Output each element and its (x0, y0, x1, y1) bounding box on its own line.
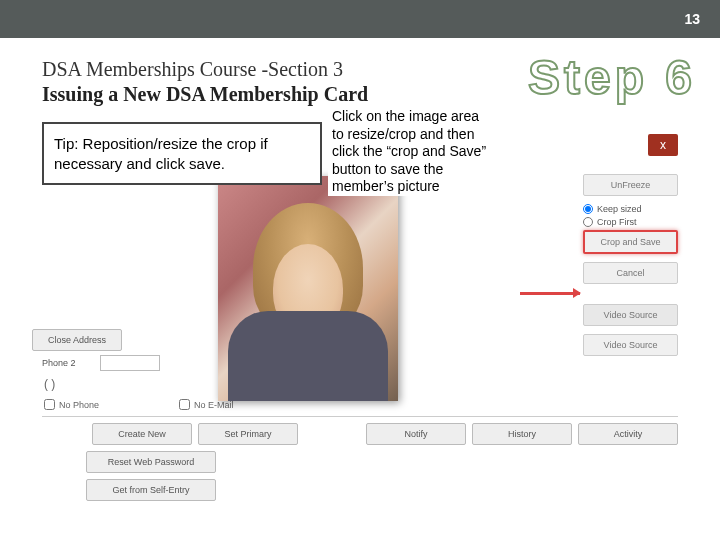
crop-first-radio[interactable]: Crop First (583, 217, 678, 227)
instruction-text: Click on the image area to resize/crop a… (328, 108, 498, 196)
page-number: 13 (684, 11, 700, 27)
self-entry-button[interactable]: Get from Self-Entry (86, 479, 216, 501)
keep-sized-radio[interactable]: Keep sized (583, 204, 678, 214)
top-bar: 13 (0, 0, 720, 38)
close-button[interactable]: x (648, 134, 678, 156)
member-photo-crop-area[interactable] (218, 176, 398, 401)
activity-button[interactable]: Activity (578, 423, 678, 445)
step-badge: Step 6 (528, 50, 696, 105)
reset-password-button[interactable]: Reset Web Password (86, 451, 216, 473)
notify-button[interactable]: Notify (366, 423, 466, 445)
video-source-label: Video Source (583, 304, 678, 326)
separator (42, 416, 678, 417)
set-primary-button[interactable]: Set Primary (198, 423, 298, 445)
phone2-label: Phone 2 (42, 358, 100, 368)
arrow-annotation (520, 292, 580, 295)
history-button[interactable]: History (472, 423, 572, 445)
tip-callout: Tip: Reposition/resize the crop if neces… (42, 122, 322, 185)
no-phone-checkbox[interactable]: No Phone (44, 399, 99, 410)
crop-and-save-button[interactable]: Crop and Save (583, 230, 678, 254)
unfreeze-button[interactable]: UnFreeze (583, 174, 678, 196)
video-source-button[interactable]: Video Source (583, 334, 678, 356)
phone2-input[interactable] (100, 355, 160, 371)
create-new-button[interactable]: Create New (92, 423, 192, 445)
photo-placeholder (228, 311, 388, 401)
cancel-button[interactable]: Cancel (583, 262, 678, 284)
close-address-button[interactable]: Close Address (32, 329, 122, 351)
capture-panel: x UnFreeze Keep sized Crop First Crop an… (478, 174, 678, 364)
